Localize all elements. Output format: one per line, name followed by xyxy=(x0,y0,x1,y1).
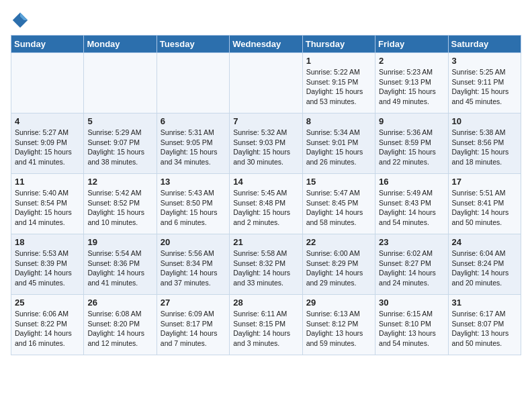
page-header xyxy=(11,11,521,30)
day-number: 21 xyxy=(233,237,298,247)
day-number: 1 xyxy=(306,56,371,66)
calendar-cell: 1Sunrise: 5:22 AM Sunset: 9:15 PM Daylig… xyxy=(302,53,375,113)
calendar-cell: 27Sunrise: 6:09 AM Sunset: 8:17 PM Dayli… xyxy=(157,295,229,355)
day-number: 6 xyxy=(161,116,226,126)
calendar-header: SundayMondayTuesdayWednesdayThursdayFrid… xyxy=(11,36,521,53)
day-number: 13 xyxy=(161,177,226,187)
calendar-cell: 2Sunrise: 5:23 AM Sunset: 9:13 PM Daylig… xyxy=(375,53,448,113)
day-info: Sunrise: 5:58 AM Sunset: 8:32 PM Dayligh… xyxy=(233,248,298,288)
day-number: 12 xyxy=(87,177,152,187)
calendar-cell xyxy=(157,53,229,113)
calendar-body: 1Sunrise: 5:22 AM Sunset: 9:15 PM Daylig… xyxy=(11,53,521,355)
day-info: Sunrise: 6:17 AM Sunset: 8:07 PM Dayligh… xyxy=(452,309,517,349)
day-number: 16 xyxy=(379,177,444,187)
calendar-cell xyxy=(84,53,157,113)
day-header-monday: Monday xyxy=(84,36,157,53)
day-info: Sunrise: 5:47 AM Sunset: 8:45 PM Dayligh… xyxy=(306,188,371,228)
day-info: Sunrise: 6:04 AM Sunset: 8:24 PM Dayligh… xyxy=(452,248,517,288)
day-number: 7 xyxy=(233,116,298,126)
calendar-cell: 22Sunrise: 6:00 AM Sunset: 8:29 PM Dayli… xyxy=(302,234,375,295)
day-header-friday: Friday xyxy=(375,36,448,53)
week-row-0: 1Sunrise: 5:22 AM Sunset: 9:15 PM Daylig… xyxy=(11,53,521,113)
day-info: Sunrise: 5:38 AM Sunset: 8:56 PM Dayligh… xyxy=(452,128,517,167)
day-number: 22 xyxy=(306,237,371,247)
calendar-cell: 9Sunrise: 5:36 AM Sunset: 8:59 PM Daylig… xyxy=(375,113,448,174)
calendar-cell: 19Sunrise: 5:54 AM Sunset: 8:36 PM Dayli… xyxy=(84,234,157,295)
day-info: Sunrise: 6:09 AM Sunset: 8:17 PM Dayligh… xyxy=(161,309,226,349)
day-info: Sunrise: 5:27 AM Sunset: 9:09 PM Dayligh… xyxy=(15,128,80,167)
calendar-cell: 16Sunrise: 5:49 AM Sunset: 8:43 PM Dayli… xyxy=(375,174,448,234)
day-number: 30 xyxy=(379,298,444,308)
day-number: 29 xyxy=(306,298,371,308)
day-number: 15 xyxy=(306,177,371,187)
logo-icon xyxy=(11,11,30,30)
day-info: Sunrise: 6:13 AM Sunset: 8:12 PM Dayligh… xyxy=(306,309,371,349)
week-row-1: 4Sunrise: 5:27 AM Sunset: 9:09 PM Daylig… xyxy=(11,113,521,174)
day-info: Sunrise: 6:02 AM Sunset: 8:27 PM Dayligh… xyxy=(379,248,444,288)
calendar-cell: 5Sunrise: 5:29 AM Sunset: 9:07 PM Daylig… xyxy=(84,113,157,174)
day-number: 11 xyxy=(15,177,80,187)
calendar-cell: 20Sunrise: 5:56 AM Sunset: 8:34 PM Dayli… xyxy=(157,234,229,295)
day-info: Sunrise: 5:22 AM Sunset: 9:15 PM Dayligh… xyxy=(306,67,371,107)
calendar-cell xyxy=(230,53,302,113)
day-number: 5 xyxy=(87,116,152,126)
day-number: 23 xyxy=(379,237,444,247)
day-info: Sunrise: 5:31 AM Sunset: 9:05 PM Dayligh… xyxy=(161,128,226,167)
week-row-2: 11Sunrise: 5:40 AM Sunset: 8:54 PM Dayli… xyxy=(11,174,521,234)
calendar-cell: 6Sunrise: 5:31 AM Sunset: 9:05 PM Daylig… xyxy=(157,113,229,174)
calendar-cell: 3Sunrise: 5:25 AM Sunset: 9:11 PM Daylig… xyxy=(448,53,521,113)
calendar-cell: 25Sunrise: 6:06 AM Sunset: 8:22 PM Dayli… xyxy=(11,295,84,355)
calendar-cell: 4Sunrise: 5:27 AM Sunset: 9:09 PM Daylig… xyxy=(11,113,84,174)
day-info: Sunrise: 6:11 AM Sunset: 8:15 PM Dayligh… xyxy=(233,309,298,349)
day-number: 9 xyxy=(379,116,444,126)
day-info: Sunrise: 6:15 AM Sunset: 8:10 PM Dayligh… xyxy=(379,309,444,349)
day-info: Sunrise: 5:42 AM Sunset: 8:52 PM Dayligh… xyxy=(87,188,152,228)
day-header-tuesday: Tuesday xyxy=(157,36,229,53)
day-number: 18 xyxy=(15,237,80,247)
logo xyxy=(11,11,31,30)
day-number: 24 xyxy=(452,237,517,247)
day-info: Sunrise: 5:32 AM Sunset: 9:03 PM Dayligh… xyxy=(233,128,298,167)
day-number: 28 xyxy=(233,298,298,308)
calendar-cell: 7Sunrise: 5:32 AM Sunset: 9:03 PM Daylig… xyxy=(230,113,302,174)
calendar-cell: 28Sunrise: 6:11 AM Sunset: 8:15 PM Dayli… xyxy=(230,295,302,355)
day-number: 20 xyxy=(161,237,226,247)
day-info: Sunrise: 5:56 AM Sunset: 8:34 PM Dayligh… xyxy=(161,248,226,288)
calendar-cell: 8Sunrise: 5:34 AM Sunset: 9:01 PM Daylig… xyxy=(302,113,375,174)
day-header-wednesday: Wednesday xyxy=(230,36,302,53)
day-info: Sunrise: 5:36 AM Sunset: 8:59 PM Dayligh… xyxy=(379,128,444,167)
day-info: Sunrise: 5:25 AM Sunset: 9:11 PM Dayligh… xyxy=(452,67,517,107)
day-number: 14 xyxy=(233,177,298,187)
day-info: Sunrise: 6:00 AM Sunset: 8:29 PM Dayligh… xyxy=(306,248,371,288)
day-number: 31 xyxy=(452,298,517,308)
day-info: Sunrise: 5:34 AM Sunset: 9:01 PM Dayligh… xyxy=(306,128,371,167)
calendar-cell: 29Sunrise: 6:13 AM Sunset: 8:12 PM Dayli… xyxy=(302,295,375,355)
day-number: 19 xyxy=(87,237,152,247)
day-info: Sunrise: 5:43 AM Sunset: 8:50 PM Dayligh… xyxy=(161,188,226,228)
day-number: 26 xyxy=(87,298,152,308)
calendar-table: SundayMondayTuesdayWednesdayThursdayFrid… xyxy=(11,35,521,355)
day-info: Sunrise: 5:49 AM Sunset: 8:43 PM Dayligh… xyxy=(379,188,444,228)
calendar-cell: 24Sunrise: 6:04 AM Sunset: 8:24 PM Dayli… xyxy=(448,234,521,295)
day-number: 10 xyxy=(452,116,517,126)
header-row: SundayMondayTuesdayWednesdayThursdayFrid… xyxy=(11,36,521,53)
calendar-cell: 13Sunrise: 5:43 AM Sunset: 8:50 PM Dayli… xyxy=(157,174,229,234)
day-header-sunday: Sunday xyxy=(11,36,84,53)
week-row-4: 25Sunrise: 6:06 AM Sunset: 8:22 PM Dayli… xyxy=(11,295,521,355)
day-number: 3 xyxy=(452,56,517,66)
calendar-cell: 21Sunrise: 5:58 AM Sunset: 8:32 PM Dayli… xyxy=(230,234,302,295)
day-info: Sunrise: 5:45 AM Sunset: 8:48 PM Dayligh… xyxy=(233,188,298,228)
day-info: Sunrise: 6:06 AM Sunset: 8:22 PM Dayligh… xyxy=(15,309,80,349)
day-info: Sunrise: 6:08 AM Sunset: 8:20 PM Dayligh… xyxy=(87,309,152,349)
day-number: 27 xyxy=(161,298,226,308)
day-header-saturday: Saturday xyxy=(448,36,521,53)
day-info: Sunrise: 5:29 AM Sunset: 9:07 PM Dayligh… xyxy=(87,128,152,167)
calendar-cell: 14Sunrise: 5:45 AM Sunset: 8:48 PM Dayli… xyxy=(230,174,302,234)
calendar-cell: 23Sunrise: 6:02 AM Sunset: 8:27 PM Dayli… xyxy=(375,234,448,295)
day-info: Sunrise: 5:23 AM Sunset: 9:13 PM Dayligh… xyxy=(379,67,444,107)
day-info: Sunrise: 5:54 AM Sunset: 8:36 PM Dayligh… xyxy=(87,248,152,288)
day-info: Sunrise: 5:53 AM Sunset: 8:39 PM Dayligh… xyxy=(15,248,80,288)
calendar-cell: 26Sunrise: 6:08 AM Sunset: 8:20 PM Dayli… xyxy=(84,295,157,355)
calendar-cell xyxy=(11,53,84,113)
day-number: 25 xyxy=(15,298,80,308)
